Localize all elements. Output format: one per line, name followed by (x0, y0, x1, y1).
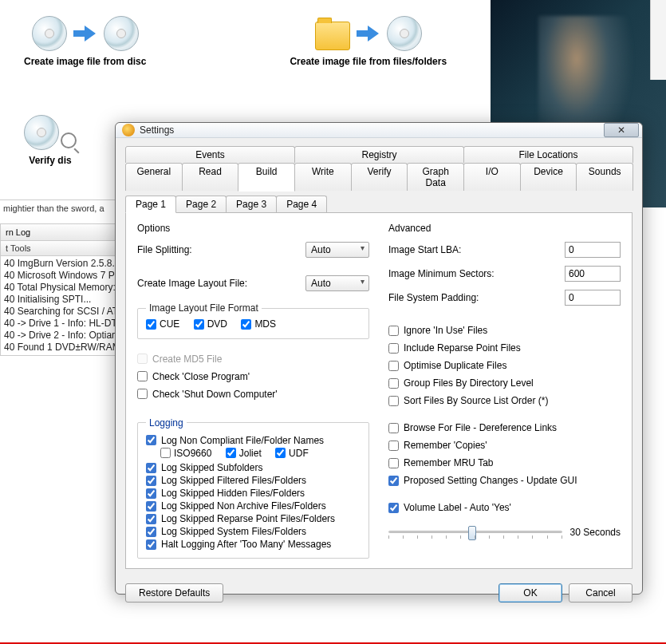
browse-deref-checkbox[interactable]: Browse For File - Dereference Links (388, 422, 621, 433)
arrow-icon (73, 26, 97, 41)
tab-write[interactable]: Write (294, 163, 352, 191)
min-sectors-label: Image Minimum Sectors: (388, 268, 558, 279)
magnifier-icon (61, 132, 77, 148)
create-md5-checkbox: Create MD5 File (137, 354, 369, 365)
tab-i/o[interactable]: I/O (463, 163, 521, 191)
cancel-button[interactable]: Cancel (569, 583, 633, 603)
subtab-page-4[interactable]: Page 4 (276, 196, 327, 212)
log-skipped-filtered-checkbox[interactable]: Log Skipped Filtered Files/Folders (146, 475, 361, 486)
disc-icon (387, 16, 422, 51)
volume-label-slider[interactable] (388, 523, 562, 542)
close-icon: ✕ (617, 124, 625, 136)
layout-format-group: Image Layout File Format CUE DVD MDS (137, 302, 369, 339)
tab-file-locations[interactable]: File Locations (463, 146, 633, 163)
logging-group: Logging Log Non Compliant File/Folder Na… (137, 417, 369, 559)
log-skipped-system-checkbox[interactable]: Log Skipped System Files/Folders (146, 526, 361, 537)
restore-defaults-button[interactable]: Restore Defaults (125, 583, 223, 603)
create-image-from-files[interactable]: Create image file from files/folders (290, 16, 447, 67)
icon-label: Create image file from disc (24, 56, 146, 67)
log-skipped-sub-checkbox[interactable]: Log Skipped Subfolders (146, 462, 361, 473)
file-splitting-label: File Splitting: (137, 244, 299, 255)
halt-logging-checkbox[interactable]: Halt Logging After 'Too Many' Messages (146, 539, 361, 550)
tab-build[interactable]: Build (238, 163, 295, 192)
folder-icon (315, 22, 350, 50)
start-lba-input[interactable] (565, 242, 621, 258)
tab-general[interactable]: General (125, 163, 183, 191)
dvd-checkbox[interactable]: DVD (194, 318, 227, 330)
check-close-checkbox[interactable]: Check 'Close Program' (137, 371, 369, 382)
udf-checkbox[interactable]: UDF (275, 448, 309, 459)
iso9660-checkbox[interactable]: ISO9660 (160, 448, 211, 459)
create-image-from-disc[interactable]: Create image file from disc (24, 16, 146, 67)
mds-checkbox[interactable]: MDS (241, 318, 276, 330)
check-shutdown-checkbox[interactable]: Check 'Shut Down Computer' (137, 389, 369, 400)
app-icon (122, 124, 135, 136)
icon-label: Create image file from files/folders (290, 56, 447, 67)
min-sectors-input[interactable] (565, 266, 621, 282)
log-noncompliant-checkbox[interactable]: Log Non Compliant File/Folder Names (146, 435, 361, 446)
cue-checkbox[interactable]: CUE (146, 318, 179, 330)
tab-verify[interactable]: Verify (351, 163, 408, 191)
icon-label: Verify dis (29, 155, 71, 166)
tab-read[interactable]: Read (182, 163, 239, 191)
disc-icon (24, 115, 59, 150)
proposed-gui-checkbox[interactable]: Proposed Setting Changes - Update GUI (388, 475, 621, 486)
tab-events[interactable]: Events (125, 146, 295, 163)
joliet-checkbox[interactable]: Joliet (226, 448, 262, 459)
file-splitting-select[interactable]: Auto (305, 242, 369, 258)
sidebar-gadget (650, 0, 666, 80)
titlebar[interactable]: Settings ✕ (116, 123, 642, 138)
slider-value-label: 30 Seconds (570, 527, 621, 538)
log-skipped-hidden-checkbox[interactable]: Log Skipped Hidden Files/Folders (146, 488, 361, 499)
close-button[interactable]: ✕ (604, 123, 639, 137)
ok-button[interactable]: OK (499, 583, 562, 603)
arrow-icon (357, 26, 380, 41)
start-lba-label: Image Start LBA: (388, 244, 558, 255)
tab-device[interactable]: Device (520, 163, 577, 191)
group-dir-checkbox[interactable]: Group Files By Directory Level (388, 377, 621, 389)
window-title: Settings (140, 124, 604, 136)
layout-format-legend: Image Layout File Format (146, 302, 262, 314)
include-reparse-checkbox[interactable]: Include Reparse Point Files (388, 342, 621, 354)
remember-mru-checkbox[interactable]: Remember MRU Tab (388, 457, 621, 468)
ignore-inuse-checkbox[interactable]: Ignore 'In Use' Files (388, 325, 621, 336)
verify-disc[interactable]: Verify dis (24, 115, 77, 166)
tab-sounds[interactable]: Sounds (576, 163, 633, 191)
subtab-page-3[interactable]: Page 3 (226, 196, 277, 212)
log-skipped-nonarchive-checkbox[interactable]: Log Skipped Non Archive Files/Folders (146, 500, 361, 512)
settings-dialog: Settings ✕ EventsRegistryFile Locations … (115, 122, 643, 595)
tab-registry[interactable]: Registry (294, 146, 464, 163)
disc-icon (32, 16, 67, 51)
subtab-page-2[interactable]: Page 2 (175, 196, 227, 212)
padding-input[interactable] (565, 290, 621, 306)
optimise-dup-checkbox[interactable]: Optimise Duplicate Files (388, 360, 621, 371)
disc-icon (104, 16, 139, 51)
subtab-page-1[interactable]: Page 1 (125, 196, 176, 213)
log-skipped-reparse-checkbox[interactable]: Log Skipped Reparse Point Files/Folders (146, 513, 361, 524)
logging-legend: Logging (146, 417, 187, 429)
create-layout-select[interactable]: Auto (305, 275, 369, 291)
sort-source-checkbox[interactable]: Sort Files By Source List Order (*) (388, 395, 621, 406)
create-layout-label: Create Image Layout File: (137, 278, 299, 289)
padding-label: File System Padding: (388, 292, 558, 303)
tab-graph-data[interactable]: Graph Data (407, 163, 464, 191)
options-heading: Options (137, 223, 369, 234)
status-text: mightier than the sword, a (0, 200, 128, 216)
advanced-heading: Advanced (388, 223, 621, 234)
remember-copies-checkbox[interactable]: Remember 'Copies' (388, 440, 621, 451)
volume-label-checkbox[interactable]: Volume Label - Auto 'Yes' (388, 502, 621, 513)
